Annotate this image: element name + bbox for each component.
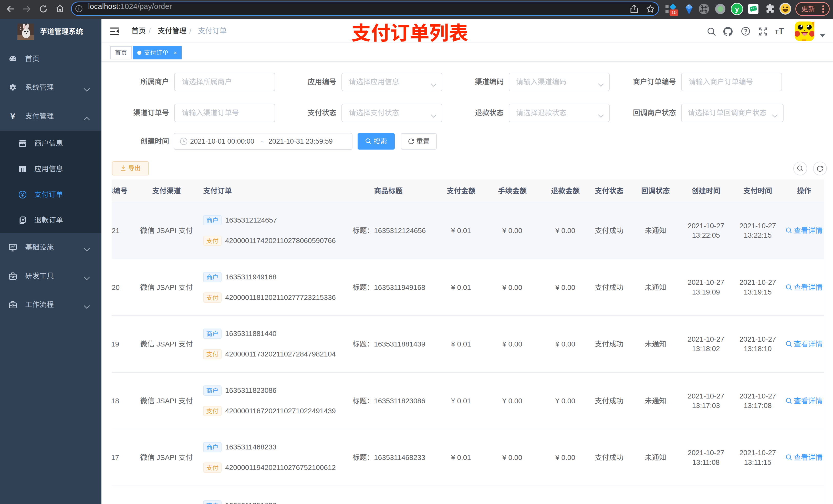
svg-text:y: y: [735, 5, 739, 13]
svg-text:¥: ¥: [10, 112, 15, 121]
